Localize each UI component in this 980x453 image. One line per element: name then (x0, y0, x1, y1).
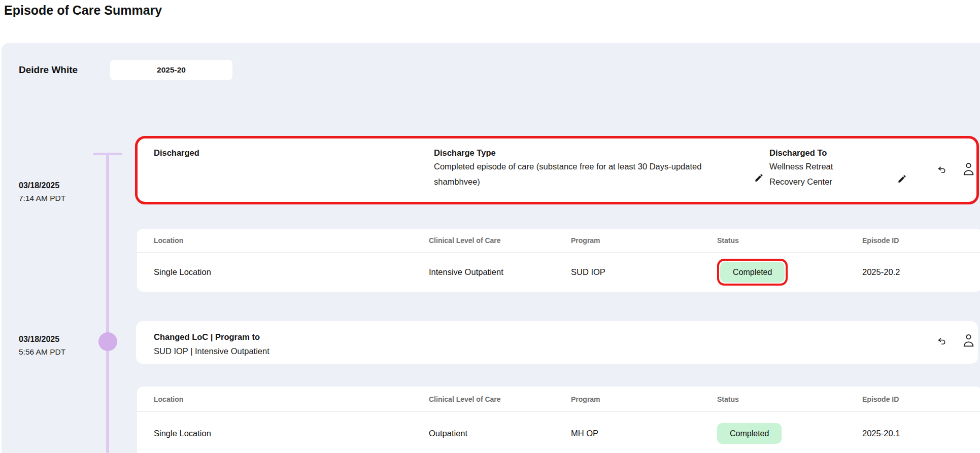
column-header-episode-id: Episode ID (862, 236, 980, 245)
discharge-user-button[interactable] (962, 162, 975, 177)
status-badge: Completed (717, 423, 782, 444)
timeline-dot (98, 332, 117, 351)
column-header-location: Location (137, 395, 429, 403)
cell-status: Completed (717, 423, 862, 444)
cell-clinical-level-of-care: Intensive Outpatient (429, 267, 571, 277)
event-card-title: Changed LoC | Program to (154, 330, 260, 344)
column-header-program: Program (571, 236, 717, 245)
table-row: Single Location Intensive Outpatient SUD… (137, 253, 980, 292)
event-card-title: Discharged (154, 148, 199, 158)
page-title: Episode of Care Summary (4, 3, 162, 18)
edit-discharged-to-button[interactable] (897, 174, 907, 184)
episode-of-care-summary-page: Episode of Care Summary Deidre White 202… (0, 0, 980, 453)
discharge-type-label: Discharge Type (434, 148, 496, 158)
event-card-discharged: Discharged Discharge Type Completed epis… (136, 137, 978, 203)
patient-name: Deidre White (19, 64, 78, 76)
revert-discharge-button[interactable] (936, 165, 948, 176)
annotation-highlight-badge: Completed (717, 259, 788, 286)
undo-icon (936, 336, 948, 347)
status-badge: Completed (720, 262, 785, 283)
cell-program: MH OP (571, 429, 717, 438)
column-header-episode-id: Episode ID (862, 395, 980, 403)
loc-change-user-button[interactable] (962, 333, 975, 349)
pencil-icon (754, 173, 764, 183)
event-1-date-block: 03/18/2025 7:14 AM PDT (19, 181, 65, 203)
event-2-time: 5:56 AM PDT (19, 347, 65, 357)
discharged-to-label: Discharged To (769, 148, 827, 158)
column-header-location: Location (137, 236, 429, 245)
cell-program: SUD IOP (571, 267, 717, 277)
table-header-row: Location Clinical Level of Care Program … (137, 229, 980, 253)
column-header-status: Status (717, 236, 862, 245)
event-2-date: 03/18/2025 (19, 334, 65, 344)
event-1-time: 7:14 AM PDT (19, 193, 65, 203)
episode-table-2: Location Clinical Level of Care Program … (137, 387, 980, 453)
cell-location: Single Location (137, 429, 429, 438)
edit-discharge-type-button[interactable] (754, 173, 764, 183)
cell-status: Completed (717, 259, 862, 286)
event-card-subtitle: SUD IOP | Intensive Outpatient (154, 344, 269, 358)
column-header-status: Status (717, 395, 862, 403)
table-header-row: Location Clinical Level of Care Program … (137, 387, 980, 412)
episode-number-chip[interactable]: 2025-20 (110, 60, 232, 80)
timeline-line (106, 153, 109, 453)
cell-episode-id: 2025-20.2 (862, 267, 980, 277)
event-2-date-block: 03/18/2025 5:56 AM PDT (19, 334, 65, 357)
person-icon (962, 333, 975, 349)
cell-location: Single Location (137, 267, 429, 277)
episode-table-1: Location Clinical Level of Care Program … (137, 229, 980, 292)
pencil-icon (897, 174, 907, 184)
cell-clinical-level-of-care: Outpatient (429, 429, 571, 438)
cell-episode-id: 2025-20.1 (862, 429, 980, 438)
revert-loc-change-button[interactable] (936, 336, 948, 347)
event-1-date: 03/18/2025 (19, 181, 65, 191)
person-icon (962, 162, 975, 177)
column-header-clinical-level-of-care: Clinical Level of Care (429, 236, 571, 245)
discharge-type-value: Completed episode of care (substance fre… (434, 159, 703, 189)
event-card-changed-loc: Changed LoC | Program to SUD IOP | Inten… (136, 321, 978, 364)
discharged-to-value: Wellness Retreat Recovery Center (769, 159, 846, 189)
table-row: Single Location Outpatient MH OP Complet… (137, 412, 980, 453)
column-header-program: Program (571, 395, 717, 403)
column-header-clinical-level-of-care: Clinical Level of Care (429, 395, 571, 403)
undo-icon (936, 165, 948, 176)
